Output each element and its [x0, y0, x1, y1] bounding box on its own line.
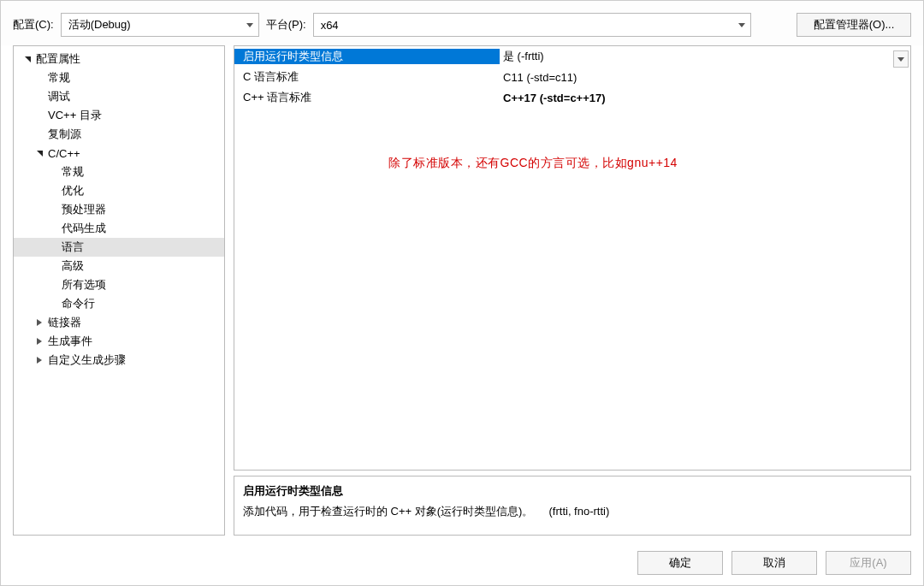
platform-select-value: x64 — [321, 19, 339, 32]
property-value[interactable]: C++17 (-std=c++17) — [500, 92, 910, 104]
tree-item-ccpp-allopts[interactable]: 所有选项 — [14, 275, 224, 294]
tree-item-label: 命令行 — [62, 296, 95, 311]
chevron-down-icon — [738, 23, 745, 27]
tree-item-label: 常规 — [62, 164, 84, 180]
chevron-down-icon — [246, 23, 253, 27]
tree-item-label: 自定义生成步骤 — [48, 352, 126, 368]
tree-item-label: 复制源 — [48, 127, 81, 142]
triangle-down-icon[interactable] — [22, 54, 33, 64]
property-name: C 语言标准 — [234, 69, 500, 85]
property-value[interactable]: 是 (-frtti) — [500, 49, 910, 64]
tree-item-label: 语言 — [62, 240, 84, 255]
tree-item-label: 常规 — [48, 70, 70, 86]
tree-item-label: 预处理器 — [62, 202, 106, 217]
config-label: 配置(C): — [13, 17, 54, 33]
tree-item-ccpp-cmdline[interactable]: 命令行 — [14, 294, 224, 313]
tree-item-label: 生成事件 — [48, 334, 92, 349]
config-select[interactable]: 活动(Debug) — [61, 13, 259, 37]
property-value-dropdown[interactable] — [893, 50, 909, 68]
tree-item-ccpp-preproc[interactable]: 预处理器 — [14, 200, 224, 219]
platform-label: 平台(P): — [266, 17, 306, 33]
triangle-right-icon[interactable] — [34, 355, 44, 365]
tree-item-debug[interactable]: 调试 — [14, 87, 224, 106]
grid-row[interactable]: 启用运行时类型信息是 (-frtti) — [234, 46, 910, 67]
annotation-text: 除了标准版本，还有GCC的方言可选，比如gnu++14 — [388, 156, 678, 171]
property-grid[interactable]: 启用运行时类型信息是 (-frtti)C 语言标准C11 (-std=c11)C… — [234, 45, 911, 471]
description-title: 启用运行时类型信息 — [243, 483, 902, 499]
grid-row[interactable]: C 语言标准C11 (-std=c11) — [234, 67, 910, 87]
config-select-value: 活动(Debug) — [68, 17, 131, 33]
tree-item-ccpp-optimize[interactable]: 优化 — [14, 181, 224, 200]
tree-item-custom[interactable]: 自定义生成步骤 — [14, 351, 224, 370]
tree-item-label: 代码生成 — [62, 221, 106, 236]
tree-item-vcdirs[interactable]: VC++ 目录 — [14, 106, 224, 125]
property-name: 启用运行时类型信息 — [234, 49, 500, 64]
tree-item-label: C/C++ — [48, 147, 80, 160]
tree-item-ccpp-advanced[interactable]: 高级 — [14, 257, 224, 275]
tree-item-root[interactable]: 配置属性 — [14, 50, 224, 68]
chevron-down-icon — [897, 57, 904, 62]
tree-item-label: 高级 — [62, 258, 84, 274]
tree-item-copysrc[interactable]: 复制源 — [14, 125, 224, 144]
tree-item-ccpp-general[interactable]: 常规 — [14, 163, 224, 181]
bottom-toolbar: 确定 取消 应用(A) — [1, 542, 923, 585]
cancel-button[interactable]: 取消 — [732, 551, 817, 575]
grid-row[interactable]: C++ 语言标准C++17 (-std=c++17) — [234, 87, 910, 108]
property-name: C++ 语言标准 — [234, 90, 500, 105]
description-body: 添加代码，用于检查运行时的 C++ 对象(运行时类型信息)。 (frtti, f… — [243, 504, 902, 519]
config-tree[interactable]: 配置属性常规调试VC++ 目录复制源C/C++常规优化预处理器代码生成语言高级所… — [13, 45, 225, 536]
apply-button[interactable]: 应用(A) — [826, 551, 911, 575]
config-manager-button[interactable]: 配置管理器(O)... — [797, 13, 911, 37]
triangle-right-icon[interactable] — [34, 317, 44, 328]
tree-item-label: 链接器 — [48, 315, 81, 330]
description-panel: 启用运行时类型信息 添加代码，用于检查运行时的 C++ 对象(运行时类型信息)。… — [234, 476, 911, 536]
platform-select[interactable]: x64 — [313, 13, 751, 37]
tree-item-ccpp-codegen[interactable]: 代码生成 — [14, 219, 224, 238]
tree-item-label: 调试 — [48, 89, 70, 104]
property-value[interactable]: C11 (-std=c11) — [500, 71, 910, 84]
tree-item-general[interactable]: 常规 — [14, 68, 224, 87]
tree-item-label: 所有选项 — [62, 277, 106, 293]
triangle-right-icon[interactable] — [34, 336, 44, 346]
tree-item-label: 配置属性 — [36, 51, 80, 67]
tree-item-buildevt[interactable]: 生成事件 — [14, 332, 224, 351]
tree-item-ccpp-language[interactable]: 语言 — [14, 238, 224, 257]
tree-item-label: VC++ 目录 — [48, 108, 102, 123]
tree-item-label: 优化 — [62, 183, 84, 198]
ok-button[interactable]: 确定 — [637, 551, 723, 575]
tree-item-ccpp[interactable]: C/C++ — [14, 144, 224, 163]
tree-item-linker[interactable]: 链接器 — [14, 313, 224, 332]
triangle-down-icon[interactable] — [34, 148, 44, 158]
top-toolbar: 配置(C): 活动(Debug) 平台(P): x64 配置管理器(O)... — [1, 1, 923, 45]
